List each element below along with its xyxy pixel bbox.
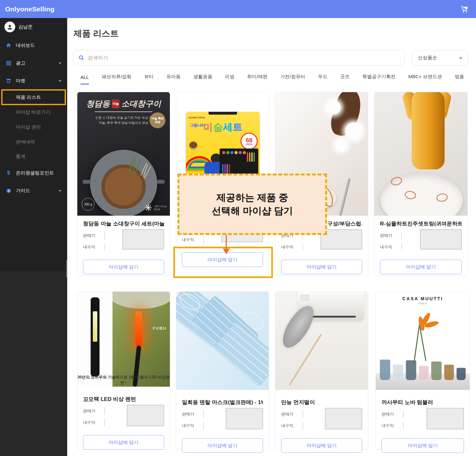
price-block: 판매가 내수익 (83, 407, 164, 431)
brand-logo: OnlyoneSelling (5, 5, 55, 13)
product-image (176, 292, 269, 390)
price-block: 판매가 내수익 (281, 410, 362, 434)
price-block: 판매가 내수익 (380, 231, 462, 255)
product-card: CASA MUUTTI ITALY 까사무띠 노바 텀블러 판매가 내수 (376, 291, 470, 450)
price-block: 판매가 내수익 2 (182, 410, 263, 434)
sidebar-item-sales-history[interactable]: 판매내역 (0, 137, 67, 147)
search-input[interactable] (88, 55, 373, 61)
redacted-price (122, 229, 164, 250)
redacted-price (325, 408, 362, 429)
info-icon (6, 188, 11, 193)
product-image: CASA MUUTTI ITALY (376, 292, 470, 390)
sidebar-item-guide[interactable]: 가이드 (0, 186, 67, 195)
tab-kids[interactable]: 유아동 (166, 74, 181, 85)
chevron-down-icon (58, 79, 62, 83)
tab-beauty[interactable]: 뷰티 (144, 74, 154, 85)
redacted-price (427, 408, 464, 429)
product-card: 일회용 덴탈 마스크(벌크판매) - 1박스(2… 판매가 내수익 2 마이샵에… (176, 291, 269, 450)
store-icon (6, 78, 11, 84)
sidebar-item-stats[interactable]: 통계 (0, 152, 67, 161)
sort-selected-value: 신상품순 (418, 55, 437, 61)
redacted-price (226, 408, 263, 429)
tab-daily-goods[interactable]: 생활용품 (193, 74, 212, 85)
image-caption: 30년의 노하우와 기술력으로 3중 조절의 LED 비상렌턴~ (77, 375, 170, 385)
chevron-down-icon (58, 188, 62, 193)
tab-all[interactable]: ALL (80, 74, 89, 85)
sidebar-item-ads[interactable]: 광고 (0, 58, 67, 68)
sidebar-item-myshop-manage[interactable]: 마이샵 관리 (0, 122, 67, 132)
tab-luxury[interactable]: 명품 (454, 74, 464, 85)
add-to-myshop-button[interactable]: 마이샵에 담기 (83, 435, 164, 450)
annotation-callout: 제공하는 제품 중 선택해 마이샵 담기 (177, 174, 327, 235)
caret-down-icon (459, 57, 463, 60)
grid-icon (6, 60, 11, 66)
dollar-icon: $ (6, 170, 11, 176)
avatar-icon (4, 22, 15, 32)
annotation-line: 선택해 마이샵 담기 (212, 204, 293, 218)
chevron-down-icon (58, 61, 62, 65)
add-to-myshop-button[interactable]: 마이샵에 담기 (182, 438, 263, 453)
annotation-line: 제공하는 제품 중 (216, 191, 288, 204)
tab-fashion-clothing[interactable]: 패션의류/잡화 (102, 74, 132, 85)
add-to-myshop-button[interactable]: 마이샵에 담기 (380, 260, 462, 274)
product-title: 까사무띠 노바 텀블러 (382, 399, 464, 406)
tab-goods[interactable]: 굿즈 (340, 74, 350, 85)
price-block: 판매가 내수익 (382, 410, 464, 434)
price-block: 판매가 내수익 (83, 231, 164, 255)
product-image (275, 292, 368, 390)
product-title: 청담동 마늘 소대창구이 세트(마늘양… (83, 220, 164, 227)
sort-dropdown[interactable]: 신상품순 (412, 50, 468, 66)
page-title: 제품 리스트 (74, 28, 119, 39)
sidebar-item-market[interactable]: 마켓 (0, 76, 67, 86)
product-card: FUBU 30년의 노하우와 기술력으로 3중 조절의 LED 비상렌턴~ 꼬모… (77, 291, 170, 450)
search-icon (78, 55, 85, 61)
product-title: 일회용 덴탈 마스크(벌크판매) - 1박스(2… (182, 399, 263, 406)
add-to-myshop-button[interactable]: 마이샵에 담기 (382, 438, 464, 453)
product-title: 꼬모땍 LED 비상 렌턴 (83, 396, 164, 403)
add-to-myshop-button[interactable]: 마이샵에 담기 (281, 438, 362, 453)
sidebar-lower-panel (0, 271, 67, 456)
category-tabs: ALL 패션의류/잡화 뷰티 유아동 생활용품 리빙 취미/애완 가전/컴퓨터 … (80, 74, 476, 85)
add-to-myshop-button[interactable]: 마이샵에 담기 (83, 260, 164, 274)
tab-hobby-pet[interactable]: 취미/애완 (247, 74, 267, 85)
tab-mbc-brand[interactable]: MBC+ 브랜드관 (408, 74, 442, 85)
user-profile[interactable]: 김남준 (4, 22, 33, 32)
redacted-price (127, 405, 164, 426)
tab-special-deal[interactable]: 특별공구기획전 (362, 74, 396, 85)
product-title: 만능 먼지떨이 (281, 399, 362, 406)
sidebar-scrollbar[interactable] (66, 260, 67, 277)
top-header: OnlyoneSelling (0, 0, 476, 18)
cart-icon[interactable] (460, 4, 469, 13)
search-box (74, 50, 405, 66)
add-to-myshop-button[interactable]: 마이샵에 담기 (281, 260, 362, 274)
product-title: R-심플하트진주셋트링(귀여운하트반… (380, 220, 462, 227)
tab-electronics[interactable]: 가전/컴퓨터 (280, 74, 305, 85)
sidebar: 김남준 대쉬보드 광고 마켓 제품 리스트 마이샵 바로가기 마이샵 관리 판매… (0, 18, 67, 456)
sidebar-item-product-list[interactable]: 제품 리스트 (0, 92, 67, 102)
tab-food[interactable]: 푸드 (318, 74, 327, 85)
sidebar-item-myshop-shortcut[interactable]: 마이샵 바로가기 (0, 107, 67, 117)
product-image: FUBU 30년의 노하우와 기술력으로 3중 조절의 LED 비상렌턴~ (77, 292, 170, 387)
redacted-price (420, 229, 462, 250)
product-card: 만능 먼지떨이 판매가 내수익 마이샵에 담기 (275, 291, 368, 450)
sidebar-item-points[interactable]: $ 온리원셀링포인트 (0, 168, 67, 178)
product-card: 청담동 마늘 소대창구이 오픈 소 대창에 초벌 삶기와 저온 숙성 후 마늘,… (77, 92, 170, 276)
arrow-down-icon (222, 235, 231, 255)
tab-living[interactable]: 리빙 (225, 74, 235, 85)
product-card: R-심플하트진주셋트링(귀여운하트반… 판매가 내수익 마이샵에 담기 (374, 92, 468, 276)
sidebar-item-dashboard[interactable]: 대쉬보드 (0, 41, 67, 50)
user-name: 김남준 (18, 24, 33, 30)
product-image: 청담동 마늘 소대창구이 오픈 소 대창에 초벌 삶기와 저온 숙성 후 마늘,… (77, 92, 170, 216)
home-icon (6, 42, 11, 48)
app-root: OnlyoneSelling 김남준 대쉬보드 광고 마켓 (0, 0, 476, 456)
snowflake-icon (144, 204, 152, 212)
product-image (374, 92, 467, 216)
